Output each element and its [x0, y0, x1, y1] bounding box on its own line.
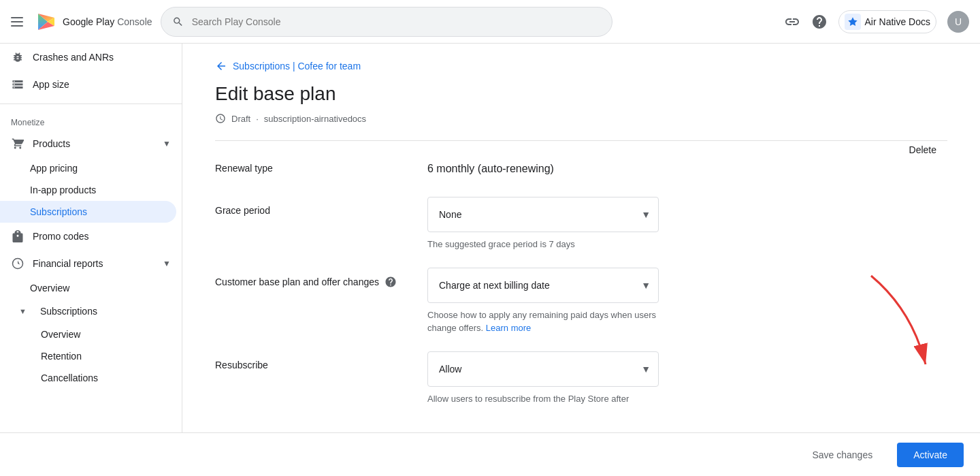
activate-button[interactable]: Activate [897, 443, 964, 467]
account-name: Air Native Docs [865, 16, 930, 27]
chevron-down-icon-2: ▼ [163, 259, 171, 268]
promo-icon [11, 229, 24, 243]
logo-text: Google Play Console [63, 16, 152, 27]
delete-button[interactable]: Delete [898, 139, 947, 161]
main-layout: Crashes and ANRs App size Monetize Produ… [0, 44, 980, 432]
grace-period-select[interactable]: None 3 days 7 days [427, 197, 659, 232]
financial-icon [11, 257, 24, 270]
learn-more-link[interactable]: Learn more [486, 323, 531, 333]
sidebar-item-app-pricing-label: App pricing [30, 163, 78, 174]
header-right: Air Native Docs U [784, 10, 969, 33]
sidebar-item-fin-overview[interactable]: Overview [0, 277, 182, 299]
form-grace-period-input-col: None 3 days 7 days ▼ The suggested grace… [427, 197, 659, 251]
sidebar-item-in-app-products[interactable]: In-app products [0, 179, 182, 201]
subscription-id: subscription-airnativedocs [264, 114, 366, 124]
grace-period-hint: The suggested grace period is 7 days [427, 238, 659, 251]
save-changes-button[interactable]: Save changes [796, 443, 889, 467]
chevron-down-icon-3: ▼ [19, 307, 27, 315]
sidebar-sub-retention-label: Retention [41, 351, 82, 362]
sidebar-item-promo-codes[interactable]: Promo codes [0, 223, 182, 250]
storage-icon [11, 78, 24, 91]
sidebar-item-promo-codes-label: Promo codes [33, 231, 88, 242]
link-icon[interactable] [784, 14, 800, 30]
form-renewal-label-col: Renewal type [215, 163, 406, 174]
sidebar-fin-subscriptions-label: Subscriptions [40, 306, 97, 317]
header: Google Play Console Air Native Docs U [0, 0, 980, 44]
logo[interactable]: Google Play Console [35, 11, 152, 33]
content: Subscriptions | Cofee for team Edit base… [182, 44, 980, 432]
back-arrow-icon [215, 60, 227, 72]
sidebar-item-fin-subscriptions[interactable]: ▼ Subscriptions [0, 299, 182, 323]
sidebar-item-in-app-products-label: In-app products [30, 185, 96, 195]
account-app[interactable]: Air Native Docs [838, 10, 936, 33]
sidebar-item-products[interactable]: Products ▼ [0, 130, 182, 157]
search-icon [172, 16, 184, 28]
sidebar-divider-1 [0, 104, 182, 104]
form-customer-base: Customer base plan and offer changes Cha… [215, 268, 947, 335]
search-input[interactable] [192, 16, 601, 27]
sidebar-item-subscriptions[interactable]: Subscriptions [0, 201, 176, 223]
sidebar-item-financial-reports-label: Financial reports [33, 258, 103, 269]
avatar[interactable]: U [947, 11, 969, 33]
form-resubscribe-input-col: Allow Don't allow ▼ Allow users to resub… [427, 351, 659, 406]
form-renewal-value-col: 6 monthly (auto-renewing) [427, 163, 947, 175]
customer-base-label: Customer base plan and offer changes [215, 276, 379, 287]
sidebar-sub-overview-label: Overview [41, 329, 80, 340]
sidebar-item-financial-reports[interactable]: Financial reports ▼ [0, 250, 182, 277]
play-logo-icon [35, 11, 57, 33]
resubscribe-select[interactable]: Allow Don't allow [427, 351, 659, 387]
renewal-type-value: 6 monthly (auto-renewing) [427, 163, 554, 174]
customer-base-help-icon[interactable] [385, 276, 397, 288]
chevron-down-icon: ▼ [163, 139, 171, 148]
resubscribe-label: Resubscribe [215, 360, 268, 370]
bottom-bar: Save changes Activate [0, 432, 980, 476]
resubscribe-select-wrapper: Allow Don't allow ▼ [427, 351, 659, 387]
customer-base-hint: Choose how to apply any remaining paid d… [427, 308, 672, 335]
search-bar[interactable] [161, 7, 612, 37]
content-divider [215, 140, 947, 141]
customer-base-select[interactable]: Charge at next billing date Charge immed… [427, 268, 659, 303]
sidebar-item-products-label: Products [33, 138, 70, 149]
page-meta: Draft · subscription-airnativedocs [215, 113, 947, 124]
form-renewal-type: Renewal type 6 monthly (auto-renewing) [215, 163, 947, 175]
sidebar-section-monetize: Monetize [0, 110, 182, 130]
help-icon[interactable] [811, 14, 828, 30]
sidebar-item-app-size[interactable]: App size [0, 71, 182, 98]
sidebar: Crashes and ANRs App size Monetize Produ… [0, 44, 182, 432]
sidebar-sub-cancellations-label: Cancellations [41, 372, 98, 383]
cart-icon [11, 137, 24, 150]
content-inner: Subscriptions | Cofee for team Edit base… [182, 44, 980, 432]
sidebar-item-app-size-label: App size [33, 79, 69, 90]
app-icon [845, 14, 861, 30]
grace-period-select-wrapper: None 3 days 7 days ▼ [427, 197, 659, 232]
app-icon-svg [847, 16, 858, 27]
renewal-type-label: Renewal type [215, 163, 273, 174]
resubscribe-hint: Allow users to resubscribe from the Play… [427, 392, 659, 406]
grace-period-label: Grace period [215, 205, 270, 216]
form-customer-base-input-col: Charge at next billing date Charge immed… [427, 268, 672, 335]
sidebar-item-subscriptions-label: Subscriptions [30, 206, 87, 217]
breadcrumb-text: Subscriptions | Cofee for team [233, 61, 361, 72]
sidebar-item-sub-cancellations[interactable]: Cancellations [0, 367, 182, 389]
page-title: Edit base plan [215, 83, 947, 105]
form-resubscribe-label-col: Resubscribe [215, 351, 406, 370]
sidebar-item-sub-retention[interactable]: Retention [0, 345, 182, 367]
sidebar-item-crashes-label: Crashes and ANRs [33, 52, 114, 63]
sidebar-item-app-pricing[interactable]: App pricing [0, 157, 182, 179]
form-grace-period: Grace period None 3 days 7 days ▼ The su… [215, 197, 947, 251]
status-badge: Draft [231, 114, 250, 124]
sidebar-item-sub-overview[interactable]: Overview [0, 323, 182, 345]
breadcrumb[interactable]: Subscriptions | Cofee for team [215, 60, 947, 72]
bug-icon [11, 50, 24, 64]
sidebar-item-crashes[interactable]: Crashes and ANRs [0, 44, 182, 71]
customer-base-select-wrapper: Charge at next billing date Charge immed… [427, 268, 659, 303]
sidebar-fin-overview-label: Overview [30, 283, 69, 293]
form-grace-period-label-col: Grace period [215, 197, 406, 216]
form-customer-base-label-col: Customer base plan and offer changes [215, 268, 406, 288]
menu-icon[interactable] [11, 14, 27, 30]
form-resubscribe: Resubscribe Allow Don't allow ▼ Allow us… [215, 351, 947, 406]
clock-icon [215, 113, 226, 124]
